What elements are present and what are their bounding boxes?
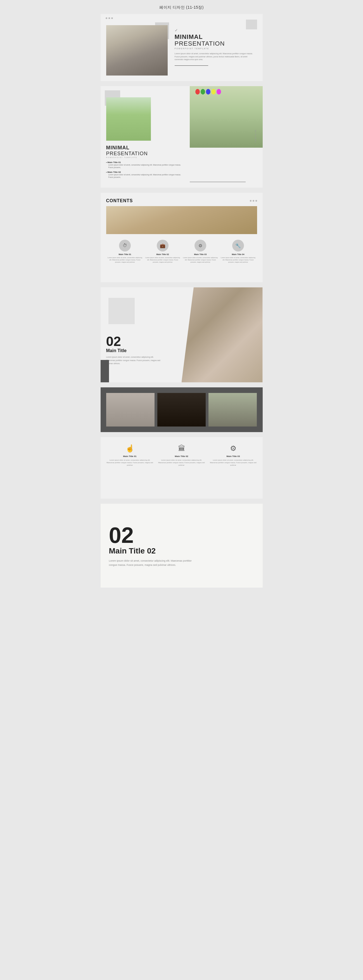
slide-4-image xyxy=(182,287,263,382)
icon-title-4: Main Title 04 xyxy=(221,253,255,256)
slide-6-col-3: ⚙ Main Title 03 Lorem ipsum dolor sit am… xyxy=(209,444,257,466)
slide-5-photo-1 xyxy=(106,393,155,426)
icon-title-2: Main Title 02 xyxy=(145,253,180,256)
icon-col-1: ⏱ Main Title 01 Lorem ipsum dolor sit am… xyxy=(108,240,142,263)
slide-3: CONTENTS ⏱ Main Title 01 Lorem ipsum dol… xyxy=(101,193,263,282)
slide-2-brand: MINIMAL xyxy=(106,145,184,151)
main-icon-desc-1: Lorem ipsum dolor sit amet, consectetur … xyxy=(106,459,154,466)
slide-1-line xyxy=(174,65,208,66)
icon-circle-2: 💼 xyxy=(157,240,168,251)
big-number: 02 xyxy=(109,524,134,547)
icon-desc-2: Lorem ipsum dolor sit amet, consectetur … xyxy=(145,257,180,263)
icon-desc-4: Lorem ipsum dolor sit amet, consectetur … xyxy=(221,257,255,263)
balloons-area xyxy=(195,89,221,94)
main-icon-desc-3: Lorem ipsum dolor sit amet, consectetur … xyxy=(209,459,257,466)
slide-4-desc: Lorem ipsum dolor sit amet, consectetur … xyxy=(106,355,162,365)
slide-1-image xyxy=(106,25,168,75)
slide-6-col-2: 🏛 Main Title 02 Lorem ipsum dolor sit am… xyxy=(158,444,205,466)
icon-circle-3: ⚙ xyxy=(195,240,206,251)
icon-col-4: 🔧 Main Title 04 Lorem ipsum dolor sit am… xyxy=(221,240,255,263)
slide-1-subtitle: POWERPOINT TEMPLATE xyxy=(174,48,253,49)
slide-3-icons: ⏱ Main Title 01 Lorem ipsum dolor sit am… xyxy=(106,240,257,263)
slide-2-left: MINIMAL PRESENTATION POWERPOINT TEMPLATE… xyxy=(101,86,190,188)
slide-6-cols: ☝ Main Title 01 Lorem ipsum dolor sit am… xyxy=(106,444,257,466)
bullet-item-1: • Main Title 01 Lorem ipsum dolor sit am… xyxy=(106,161,184,169)
slide-5 xyxy=(101,387,263,432)
main-icon-desc-2: Lorem ipsum dolor sit amet, consectetur … xyxy=(158,459,205,466)
slide-2: MINIMAL PRESENTATION POWERPOINT TEMPLATE… xyxy=(101,86,263,188)
dot-3 xyxy=(111,18,113,19)
icon-title-3: Main Title 03 xyxy=(183,253,218,256)
check-icon: ✓ xyxy=(174,28,253,32)
slide-2-image xyxy=(106,97,151,141)
slide-4-left: 02 Main Title Lorem ipsum dolor sit amet… xyxy=(101,287,190,382)
slide-3-image xyxy=(106,206,257,234)
slide-5-photo-2 xyxy=(157,393,206,426)
slide-1-gray-rect2 xyxy=(246,19,257,29)
icon-desc-3: Lorem ipsum dolor sit amet, consectetur … xyxy=(183,257,218,263)
slide-1-brand: MINIMAL xyxy=(174,33,253,40)
icon-desc-1: Lorem ipsum dolor sit amet, consectetur … xyxy=(108,257,142,263)
icon-circle-1: ⏱ xyxy=(119,240,131,251)
slide-2-line xyxy=(190,182,246,182)
slide-4-gray-box xyxy=(106,296,137,326)
slide-4-right xyxy=(182,287,263,382)
slide-6: ☝ Main Title 01 Lorem ipsum dolor sit am… xyxy=(101,437,263,499)
slide-2-subtitle: POWERPOINT TEMPLATE xyxy=(106,157,184,158)
main-icon-title-1: Main Title 01 xyxy=(106,455,154,458)
dot-2 xyxy=(108,18,110,19)
contents-header: CONTENTS xyxy=(106,198,257,203)
main-icon-1: ☝ xyxy=(106,444,154,453)
slide-2-right: MINIMAL xyxy=(190,86,263,188)
page-title: 페이지 디자인 (11-15장) xyxy=(101,0,263,14)
slide-4-main-title: Main Title xyxy=(106,348,184,353)
icon-col-3: ⚙ Main Title 03 Lorem ipsum dolor sit am… xyxy=(183,240,218,263)
main-icon-2: 🏛 xyxy=(158,444,205,453)
main-icon-3: ⚙ xyxy=(209,444,257,453)
dot-1 xyxy=(106,18,107,19)
slide-5-photo-3 xyxy=(208,393,257,426)
slide-1-content: ✓ MINIMAL PRESENTATION POWERPOINT TEMPLA… xyxy=(168,19,257,68)
slide-4: 02 Main Title Lorem ipsum dolor sit amet… xyxy=(101,287,263,382)
slide-4-number: 02 xyxy=(106,335,184,348)
bullet-item-2: • Main Title 02 Lorem ipsum dolor sit am… xyxy=(106,171,184,178)
slide-1: ✓ MINIMAL PRESENTATION POWERPOINT TEMPLA… xyxy=(101,14,263,81)
slide-big: 02 Main Title 02 Lorem ipsum dolor sit a… xyxy=(101,504,263,588)
slide-1-desc: Lorem ipsum dolor sit amet, consectetur … xyxy=(174,52,253,61)
main-icon-title-3: Main Title 03 xyxy=(209,455,257,458)
contents-title: CONTENTS xyxy=(106,198,133,203)
slide-2-right-image xyxy=(190,86,263,148)
slide-1-brand-sub: PRESENTATION xyxy=(174,40,253,47)
slide-4-dark-bar xyxy=(101,360,109,382)
slide-2-text: MINIMAL PRESENTATION POWERPOINT TEMPLATE… xyxy=(106,145,184,178)
icon-col-2: 💼 Main Title 02 Lorem ipsum dolor sit am… xyxy=(145,240,180,263)
slide-2-vertical-text: MINIMAL xyxy=(255,130,257,144)
slide-1-dots xyxy=(106,18,113,19)
slide-6-col-1: ☝ Main Title 01 Lorem ipsum dolor sit am… xyxy=(106,444,154,466)
contents-dots xyxy=(250,200,257,202)
slide-5-photos xyxy=(106,393,257,426)
big-title: Main Title 02 xyxy=(109,547,156,555)
main-icon-title-2: Main Title 02 xyxy=(158,455,205,458)
big-desc: Lorem ipsum dolor sit amet, consectetur … xyxy=(109,559,198,568)
icon-circle-4: 🔧 xyxy=(232,240,244,251)
icon-title-1: Main Title 01 xyxy=(108,253,142,256)
slide-2-brand-sub: PRESENTATION xyxy=(106,151,184,157)
